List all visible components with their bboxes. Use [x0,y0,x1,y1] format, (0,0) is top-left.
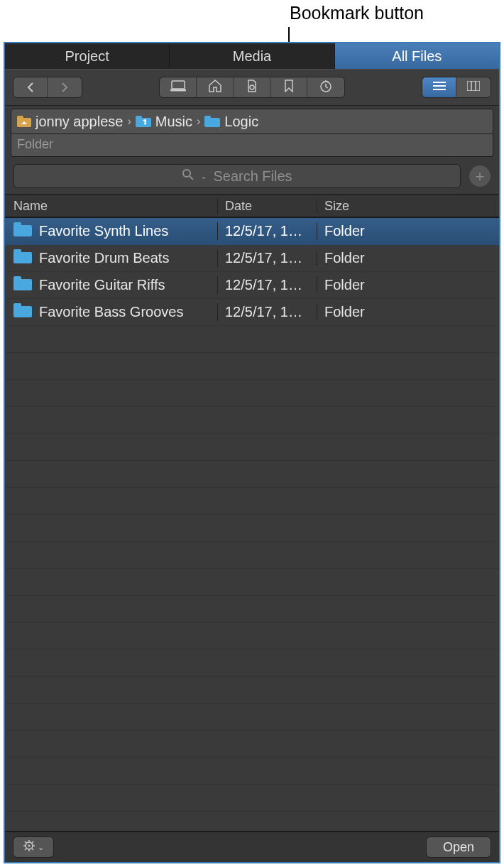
home-button[interactable] [197,77,234,97]
table-row [5,407,499,434]
table-row[interactable]: Favorite Guitar Riffs 12/5/17, 1… Folder [5,272,499,299]
footer: ⌄ Open [5,831,499,862]
folder-icon [13,249,32,267]
table-row [5,785,499,812]
table-row [5,596,499,623]
table-row [5,434,499,461]
list-icon [433,81,446,94]
svg-line-17 [190,176,193,180]
location-segment [160,77,344,97]
row-date: 12/5/17, 1… [218,304,317,320]
tab-project[interactable]: Project [5,43,170,69]
breadcrumb-seg-home[interactable]: jonny applese [35,114,123,130]
computer-icon [170,80,186,94]
table-row [5,731,499,758]
column-view-button[interactable] [456,77,491,97]
back-button[interactable] [13,77,48,97]
computer-button[interactable] [160,77,197,97]
table-row [5,326,499,353]
svg-rect-22 [13,279,32,290]
document-icon [246,80,258,95]
table-row [5,380,499,407]
tab-all-files[interactable]: All Files [335,43,499,69]
svg-point-2 [250,85,254,89]
row-name: Favorite Guitar Riffs [39,277,165,293]
row-size: Folder [317,304,499,320]
columns-icon [467,81,480,94]
svg-point-16 [183,170,190,177]
table-row [5,758,499,785]
row-size: Folder [317,250,499,266]
callout-label: Bookmark button [290,3,424,23]
folder-icon [13,276,32,294]
column-date[interactable]: Date [218,199,317,214]
svg-rect-1 [170,89,186,91]
add-button[interactable]: ＋ [469,165,491,187]
table-row [5,623,499,650]
table-row [5,704,499,731]
table-row [5,677,499,704]
list-view-button[interactable] [422,77,456,97]
recent-button[interactable] [307,77,344,97]
view-segment [422,77,491,97]
table-row [5,461,499,488]
table-row [5,650,499,677]
table-header: Name Date Size [5,195,499,218]
projects-button[interactable] [234,77,270,97]
file-browser-panel: Project Media All Files [4,42,500,863]
folder-icon [204,116,220,127]
row-name: Favorite Synth Lines [39,223,168,239]
chevron-down-icon: ⌄ [38,843,44,852]
folder-icon [13,222,32,240]
column-size[interactable]: Size [317,199,499,214]
action-menu-button[interactable]: ⌄ [13,837,53,857]
svg-rect-13 [136,116,142,119]
chevron-right-icon: › [197,115,200,128]
breadcrumb-seg-music[interactable]: Music [155,114,192,130]
search-placeholder: Search Files [213,168,292,185]
table-row[interactable]: Favorite Drum Beats 12/5/17, 1… Folder [5,245,499,272]
bookmark-button[interactable] [270,77,307,97]
bookmark-icon [284,80,294,95]
svg-rect-15 [204,116,211,119]
svg-line-32 [25,841,26,843]
forward-button[interactable] [48,77,82,97]
plus-icon: ＋ [472,165,488,187]
open-button[interactable]: Open [427,837,491,857]
table-row [5,488,499,515]
column-name[interactable]: Name [5,199,218,214]
path-type-label: Folder [11,134,493,157]
toolbar [5,69,499,106]
tab-media[interactable]: Media [170,43,334,69]
home-icon [208,80,222,95]
folder-icon [13,303,32,321]
table-row[interactable]: Favorite Synth Lines 12/5/17, 1… Folder [5,218,499,245]
clock-icon [319,80,333,95]
svg-rect-0 [172,81,185,89]
row-date: 12/5/17, 1… [218,250,317,266]
svg-rect-20 [13,252,32,263]
svg-rect-11 [17,116,23,119]
breadcrumb-seg-logic[interactable]: Logic [224,114,258,130]
gear-icon [23,840,35,854]
svg-rect-19 [13,222,21,227]
table-row [5,353,499,380]
svg-rect-24 [13,306,32,317]
svg-rect-23 [13,276,21,280]
table-row [5,515,499,542]
search-input[interactable]: ⌄ Search Files [13,164,461,188]
row-name: Favorite Bass Grooves [39,304,183,320]
table-row[interactable]: Favorite Bass Grooves 12/5/17, 1… Folder [5,299,499,326]
table-row [5,569,499,596]
row-date: 12/5/17, 1… [218,223,317,239]
svg-rect-18 [13,225,32,236]
svg-line-35 [25,849,26,850]
row-size: Folder [317,277,499,293]
home-folder-icon [17,116,31,127]
svg-rect-21 [13,249,21,253]
chevron-down-icon: ⌄ [200,171,207,181]
breadcrumb[interactable]: jonny applese › Music › Logic [11,109,493,134]
svg-rect-7 [467,81,480,91]
svg-line-34 [32,841,33,843]
row-name: Favorite Drum Beats [39,250,169,266]
